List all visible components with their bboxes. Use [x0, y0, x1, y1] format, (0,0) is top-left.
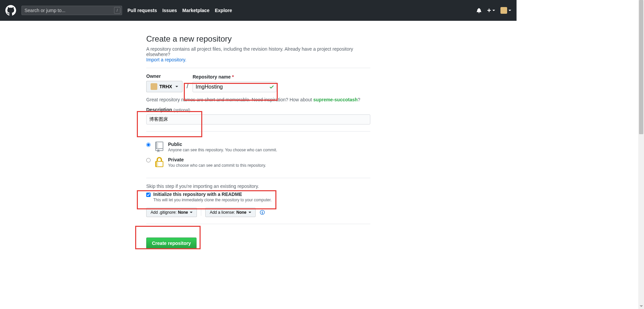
page-lead: A repository contains all project files,…	[146, 46, 370, 62]
license-select[interactable]: Add a license:None	[205, 208, 255, 217]
scroll-down-button[interactable]	[638, 303, 644, 309]
owner-label: Owner	[146, 73, 182, 79]
nav-marketplace[interactable]: Marketplace	[182, 8, 210, 13]
options-row: Add .gitignore:None Add a license:None	[146, 208, 370, 217]
readme-title: Initialize this repository with a README	[153, 192, 272, 197]
visibility-private-row: Private You choose who can see and commi…	[146, 157, 370, 172]
visibility-private-title: Private	[168, 157, 266, 162]
repo-name-label: Repository name *	[193, 74, 276, 80]
repo-name-input[interactable]	[193, 82, 276, 92]
global-search[interactable]: /	[21, 6, 122, 15]
readme-desc: This will let you immediately clone the …	[153, 198, 272, 202]
notifications-icon[interactable]	[476, 8, 482, 13]
owner-avatar-icon	[151, 83, 157, 90]
repo-public-icon	[154, 142, 165, 152]
check-icon	[270, 84, 274, 90]
user-menu[interactable]	[500, 7, 511, 14]
gitignore-select[interactable]: Add .gitignore:None	[146, 208, 197, 217]
search-input[interactable]	[22, 8, 114, 13]
skip-note: Skip this step if you're importing an ex…	[146, 184, 370, 189]
create-new-menu[interactable]: +	[487, 7, 495, 14]
owner-repo-row: Owner TRHX / Repository name *	[146, 73, 370, 92]
visibility-private-radio[interactable]	[146, 158, 151, 162]
page-title: Create a new repository	[146, 34, 370, 44]
description-input[interactable]	[146, 114, 370, 124]
info-icon[interactable]	[260, 210, 265, 215]
visibility-public-desc: Anyone can see this repository. You choo…	[168, 148, 277, 152]
owner-repo-separator: /	[185, 82, 190, 92]
avatar	[500, 7, 507, 14]
slash-hint: /	[114, 7, 120, 14]
primary-nav: Pull requests Issues Marketplace Explore	[127, 8, 476, 13]
readme-row: Initialize this repository with a README…	[146, 192, 370, 202]
naming-tip: Great repository names are short and mem…	[146, 97, 370, 102]
github-logo-icon[interactable]	[5, 5, 16, 16]
main-content: Create a new repository A repository con…	[141, 34, 376, 249]
nav-issues[interactable]: Issues	[162, 8, 177, 13]
scrollbar-thumb[interactable]	[639, 0, 643, 134]
visibility-public-row: Public Anyone can see this repository. Y…	[146, 137, 370, 157]
import-repository-link[interactable]: Import a repository.	[146, 57, 186, 62]
description-label: Description (optional)	[146, 107, 370, 112]
lock-icon	[154, 157, 165, 168]
nav-pull-requests[interactable]: Pull requests	[127, 8, 157, 13]
name-suggestion-link[interactable]: supreme-succotash	[313, 97, 358, 102]
owner-select[interactable]: TRHX	[146, 81, 182, 92]
create-repository-button[interactable]: Create repository	[146, 238, 197, 249]
nav-explore[interactable]: Explore	[215, 8, 232, 13]
readme-checkbox[interactable]	[146, 193, 151, 197]
user-nav: +	[476, 7, 511, 14]
vertical-scrollbar[interactable]	[638, 0, 644, 309]
global-header: / Pull requests Issues Marketplace Explo…	[0, 0, 517, 21]
visibility-public-title: Public	[168, 142, 277, 147]
visibility-public-radio[interactable]	[146, 143, 151, 147]
visibility-private-desc: You choose who can see and commit to thi…	[168, 163, 266, 168]
